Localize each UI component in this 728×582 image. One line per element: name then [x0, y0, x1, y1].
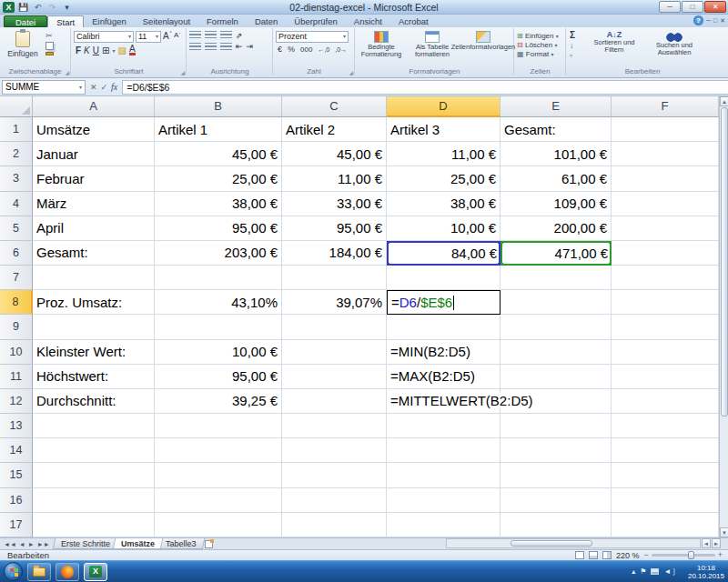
cell-F17[interactable]	[612, 513, 719, 537]
cell-B2[interactable]: 45,00 €	[155, 142, 282, 166]
align-middle-icon[interactable]	[205, 31, 217, 39]
cell-E13[interactable]	[500, 414, 612, 438]
cell-E16[interactable]	[500, 488, 612, 513]
row-header-2[interactable]: 2	[0, 142, 33, 166]
cell-B1[interactable]: Artikel 1	[155, 117, 282, 142]
enter-entry-icon[interactable]: ✓	[101, 83, 108, 92]
cell-A15[interactable]	[33, 463, 155, 487]
cell-A13[interactable]	[33, 414, 155, 438]
cell-A1[interactable]: Umsätze	[33, 117, 155, 142]
scroll-down-icon[interactable]: ▼	[720, 527, 728, 537]
row-header-15[interactable]: 15	[0, 463, 33, 487]
row-header-4[interactable]: 4	[0, 192, 33, 216]
row-header-9[interactable]: 9	[0, 315, 33, 339]
cell-A3[interactable]: Februar	[33, 166, 155, 191]
clear-icon[interactable]: ▫	[570, 51, 575, 60]
underline-button[interactable]: U	[93, 45, 99, 55]
zoom-slider-thumb[interactable]	[688, 551, 694, 559]
cell-F5[interactable]	[612, 216, 719, 241]
cell-A16[interactable]	[33, 488, 155, 513]
grow-font-icon[interactable]: Aˊ	[163, 31, 172, 43]
cell-C11[interactable]	[282, 365, 387, 389]
taskbar-clock[interactable]: 10:18 20.10.2015	[688, 564, 724, 580]
network-icon[interactable]	[651, 568, 659, 575]
cell-C7[interactable]	[282, 266, 387, 290]
cell-A4[interactable]: März	[33, 192, 155, 216]
ribbon-tab-daten[interactable]: Daten	[247, 15, 286, 27]
cell-C13[interactable]	[282, 414, 387, 438]
cell-A8[interactable]: Proz. Umsatz:	[33, 290, 155, 315]
cell-A5[interactable]: April	[33, 216, 155, 241]
format-painter-icon[interactable]	[46, 52, 54, 55]
cell-F7[interactable]	[612, 266, 719, 290]
cell-styles-button[interactable]: Zellenformatvorlagen	[458, 29, 509, 58]
ribbon-tab-start[interactable]: Start	[47, 15, 84, 27]
ribbon-tab-überprüfen[interactable]: Überprüfen	[286, 15, 346, 27]
cell-D16[interactable]	[387, 488, 500, 513]
ribbon-tab-acrobat[interactable]: Acrobat	[390, 15, 437, 27]
cell-E2[interactable]: 101,00 €	[500, 142, 612, 166]
doc-restore-icon[interactable]: □	[713, 17, 717, 24]
cut-icon[interactable]: ✂	[46, 31, 54, 40]
taskbar-excel-button[interactable]: X	[84, 563, 107, 581]
select-all-corner[interactable]	[0, 96, 33, 117]
name-box-dropdown-icon[interactable]: ▾	[79, 84, 82, 90]
zoom-level[interactable]: 220 %	[616, 551, 640, 560]
insert-sheet-button[interactable]	[205, 538, 217, 549]
cell-A17[interactable]	[33, 513, 155, 537]
cell-B3[interactable]: 25,00 €	[155, 166, 282, 191]
cell-B10[interactable]: 10,00 €	[155, 340, 282, 365]
page-layout-view-icon[interactable]	[589, 551, 598, 559]
close-button[interactable]: ✕	[704, 1, 726, 13]
cell-D13[interactable]	[387, 414, 500, 438]
row-header-14[interactable]: 14	[0, 438, 33, 463]
cell-C5[interactable]: 95,00 €	[282, 216, 387, 241]
taskbar-explorer-button[interactable]	[27, 563, 51, 581]
cell-A14[interactable]	[33, 438, 155, 463]
cell-C4[interactable]: 33,00 €	[282, 192, 387, 216]
cell-B7[interactable]	[155, 266, 282, 290]
cell-F11[interactable]	[612, 365, 719, 389]
decrease-indent-icon[interactable]: ⇤	[236, 42, 243, 51]
borders-icon[interactable]: ⊞	[102, 45, 109, 55]
cell-A11[interactable]: Höchstwert:	[33, 365, 155, 389]
cell-A2[interactable]: Januar	[33, 142, 155, 166]
conditional-formatting-button[interactable]: Bedingte Formatierung	[356, 29, 407, 58]
cell-D8[interactable]: =D6/$E$6	[387, 290, 500, 315]
cell-C1[interactable]: Artikel 2	[282, 117, 387, 142]
cell-D6[interactable]: 84,00 €	[387, 241, 500, 266]
copy-icon[interactable]	[46, 42, 54, 50]
percent-format-icon[interactable]: %	[288, 45, 295, 54]
cell-B14[interactable]	[155, 438, 282, 463]
format-cells-button[interactable]: ▦ Format ▾	[517, 50, 563, 58]
align-center-icon[interactable]	[205, 43, 217, 51]
font-size-select[interactable]: 11▾	[136, 31, 161, 43]
cell-B16[interactable]	[155, 488, 282, 513]
cell-F8[interactable]	[612, 290, 719, 315]
align-left-icon[interactable]	[189, 43, 201, 51]
maximize-button[interactable]: □	[682, 1, 703, 13]
cell-E14[interactable]	[500, 438, 612, 463]
scroll-right-icon[interactable]: ►	[712, 538, 721, 548]
sort-filter-button[interactable]: A↓Z Sortieren und Filtern	[591, 30, 638, 54]
doc-minimize-icon[interactable]: ─	[706, 17, 711, 24]
cell-C10[interactable]	[282, 340, 387, 365]
cell-C12[interactable]	[282, 389, 387, 414]
row-header-1[interactable]: 1	[0, 117, 33, 142]
volume-icon[interactable]: ◄❳	[663, 567, 677, 576]
cell-A12[interactable]: Durchschnitt:	[33, 389, 155, 414]
column-header-B[interactable]: B	[155, 96, 282, 117]
cell-E8[interactable]	[500, 290, 612, 315]
cell-F4[interactable]	[612, 192, 719, 216]
align-top-icon[interactable]	[189, 31, 201, 39]
page-break-view-icon[interactable]	[602, 551, 612, 559]
row-header-12[interactable]: 12	[0, 389, 33, 414]
cell-F1[interactable]	[612, 117, 719, 142]
row-header-13[interactable]: 13	[0, 414, 33, 438]
insert-function-icon[interactable]: fx	[111, 82, 117, 92]
cell-C14[interactable]	[282, 438, 387, 463]
cell-E9[interactable]	[500, 315, 612, 339]
cell-E1[interactable]: Gesamt:	[500, 117, 612, 142]
row-header-6[interactable]: 6	[0, 241, 33, 266]
horizontal-scrollbar[interactable]	[446, 538, 701, 548]
